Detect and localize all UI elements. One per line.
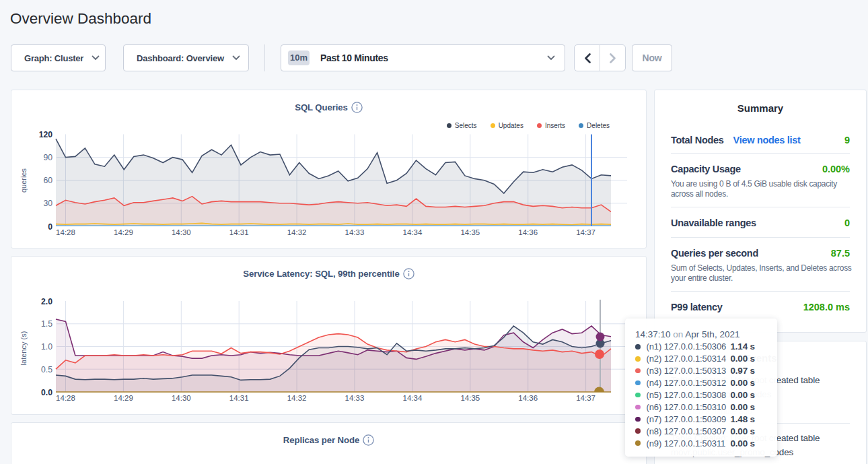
svg-text:14:30: 14:30	[172, 394, 191, 402]
svg-text:0: 0	[48, 222, 52, 232]
svg-text:14:32: 14:32	[287, 394, 307, 402]
svg-text:2.0: 2.0	[41, 297, 52, 306]
svg-text:1.0: 1.0	[41, 342, 52, 352]
svg-text:120: 120	[39, 130, 53, 139]
svg-text:14:34: 14:34	[403, 394, 423, 402]
svg-text:14:30: 14:30	[172, 228, 191, 236]
svg-text:14:32: 14:32	[287, 228, 307, 236]
svg-text:0.5: 0.5	[41, 365, 52, 374]
svg-text:0.0: 0.0	[41, 388, 52, 397]
svg-text:60: 60	[43, 176, 52, 185]
svg-text:90: 90	[43, 153, 52, 162]
svg-text:14:37: 14:37	[576, 228, 595, 236]
svg-text:14:29: 14:29	[114, 228, 133, 236]
svg-text:queries: queries	[20, 168, 28, 193]
svg-text:latency (s): latency (s)	[20, 331, 28, 366]
svg-text:30: 30	[43, 199, 52, 208]
svg-text:14:33: 14:33	[345, 394, 365, 402]
svg-text:14:37: 14:37	[576, 394, 595, 402]
svg-text:14:36: 14:36	[518, 394, 538, 402]
svg-text:14:31: 14:31	[229, 228, 249, 236]
svg-text:14:28: 14:28	[56, 394, 75, 402]
svg-text:14:29: 14:29	[114, 394, 133, 402]
svg-text:14:28: 14:28	[56, 228, 75, 236]
svg-text:14:33: 14:33	[345, 228, 365, 236]
svg-text:14:35: 14:35	[460, 394, 480, 402]
svg-text:1.5: 1.5	[41, 319, 52, 329]
svg-text:14:34: 14:34	[403, 228, 423, 236]
svg-text:14:36: 14:36	[518, 228, 538, 236]
svg-text:14:31: 14:31	[229, 394, 249, 402]
svg-text:14:35: 14:35	[460, 228, 480, 236]
